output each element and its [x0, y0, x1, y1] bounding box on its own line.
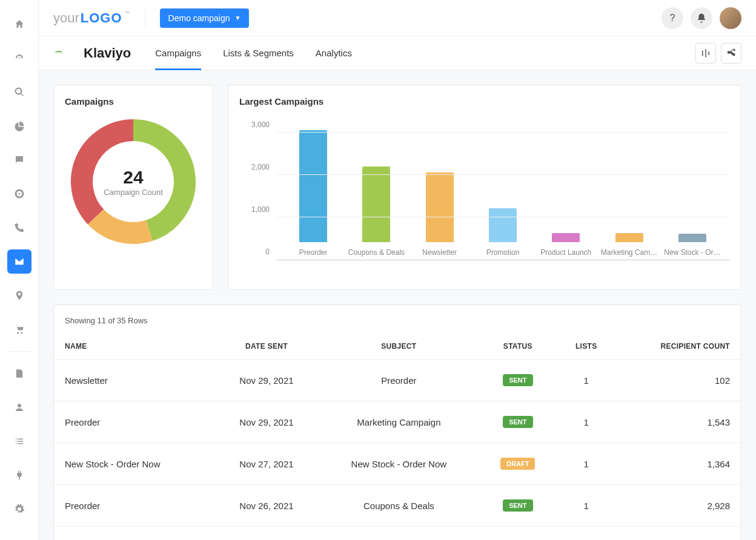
page-title: Klaviyo	[84, 45, 131, 61]
pin-icon[interactable]	[7, 283, 31, 308]
table-row[interactable]: PromotionNov 26, 2021NewsletterSENT12,53…	[54, 527, 741, 541]
largest-campaigns-card: Largest Campaigns 01,0002,0003,000 Preor…	[228, 85, 741, 290]
sidebar	[0, 0, 39, 540]
col-date-sent[interactable]: DATE SENT	[214, 334, 319, 360]
phone-icon[interactable]	[7, 216, 31, 240]
status-badge: SENT	[503, 416, 532, 428]
gear-icon[interactable]	[7, 497, 31, 521]
table-row[interactable]: NewsletterNov 29, 2021PreorderSENT1102	[54, 360, 741, 401]
bar-new-stock-or-: New Stock - Or…	[661, 234, 724, 242]
subheader: Klaviyo CampaignsLists & SegmentsAnalyti…	[39, 36, 756, 70]
donut-chart	[67, 115, 200, 248]
bar-marketing-cam-: Marketing Cam…	[597, 233, 660, 242]
campaigns-table-card: Showing 11 of 35 Rows NAMEDATE SENTSUBJE…	[53, 305, 741, 540]
pie-icon[interactable]	[7, 114, 31, 138]
avatar[interactable]	[720, 7, 741, 29]
col-name[interactable]: NAME	[54, 334, 214, 360]
table-row[interactable]: PreorderNov 29, 2021Marketing CampaignSE…	[54, 401, 741, 443]
table-row-count: Showing 11 of 35 Rows	[54, 316, 741, 334]
campaigns-donut-card: Campaigns 24 Campaign Count	[53, 85, 213, 290]
dashboard-icon[interactable]	[7, 46, 31, 70]
user-icon[interactable]	[7, 395, 31, 420]
list-icon[interactable]	[7, 429, 31, 453]
report-icon[interactable]	[7, 361, 31, 386]
share-icon[interactable]	[721, 43, 741, 64]
chevron-down-icon: ▼	[235, 15, 241, 21]
plug-icon[interactable]	[7, 463, 31, 487]
tab-analytics[interactable]: Analytics	[316, 36, 352, 70]
bar-newsletter: Newsletter	[408, 173, 471, 242]
mail-icon[interactable]	[7, 249, 31, 274]
bar-preorder: Preorder	[282, 130, 345, 243]
table-row[interactable]: New Stock - Order NowNov 27, 2021New Sto…	[54, 443, 741, 485]
status-badge: SENT	[503, 499, 532, 512]
bar-promotion: Promotion	[471, 208, 534, 242]
logo: your LOGO ™	[53, 10, 130, 26]
klaviyo-icon	[53, 46, 64, 60]
target-icon[interactable]	[7, 182, 31, 206]
col-lists[interactable]: LISTS	[557, 334, 616, 360]
bar-product-launch: Product Launch	[534, 233, 597, 242]
search-icon[interactable]	[7, 80, 31, 104]
bell-icon[interactable]	[691, 7, 712, 29]
tab-lists-segments[interactable]: Lists & Segments	[223, 36, 294, 70]
demo-campaign-dropdown[interactable]: Demo campaign ▼	[160, 8, 250, 28]
tab-campaigns[interactable]: Campaigns	[155, 36, 201, 70]
status-badge: SENT	[503, 374, 532, 386]
help-icon[interactable]: ?	[662, 7, 683, 29]
settings-sliders-icon[interactable]	[695, 43, 716, 64]
campaigns-table: NAMEDATE SENTSUBJECTSTATUSLISTSRECIPIENT…	[54, 334, 741, 540]
home-icon[interactable]	[7, 12, 31, 36]
status-badge: DRAFT	[500, 458, 535, 470]
table-row[interactable]: PreorderNov 26, 2021Coupons & DealsSENT1…	[54, 485, 741, 527]
bar-coupons-deals: Coupons & Deals	[345, 166, 408, 242]
chat-icon[interactable]	[7, 148, 31, 172]
topbar: your LOGO ™ Demo campaign ▼ ?	[39, 0, 756, 36]
cart-icon[interactable]	[7, 317, 31, 341]
col-status[interactable]: STATUS	[479, 334, 557, 360]
col-recipient-count[interactable]: RECIPIENT COUNT	[616, 334, 741, 360]
col-subject[interactable]: SUBJECT	[319, 334, 479, 360]
